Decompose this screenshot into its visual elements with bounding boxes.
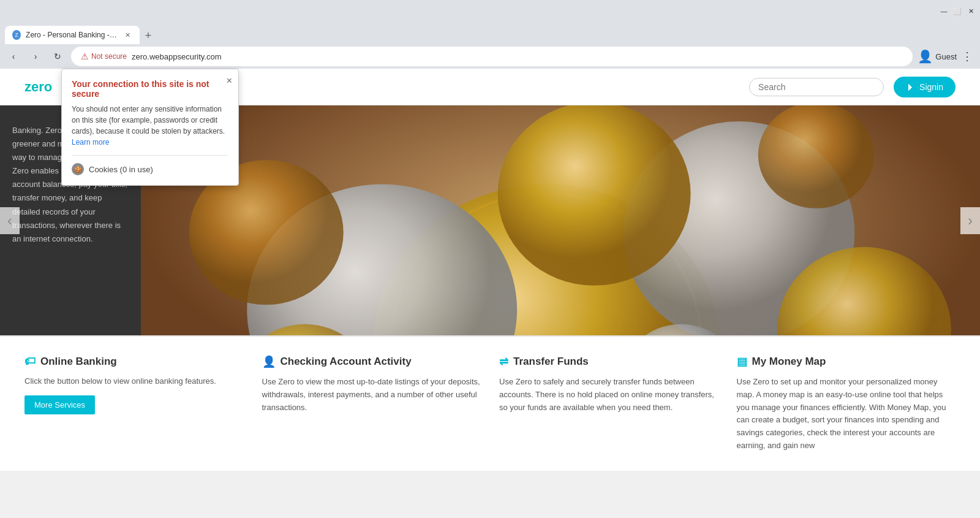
site-nav-right: ⏵ Signin	[749, 77, 956, 97]
online-banking-title: Online Banking	[40, 356, 117, 368]
transfer-icon: ⇌	[499, 355, 508, 368]
popup-close-button[interactable]: ×	[227, 75, 232, 86]
checking-title: Checking Account Activity	[281, 356, 412, 368]
service-title-money-map: ▤ My Money Map	[737, 355, 956, 368]
browser-right: 👤 Guest ⋮	[918, 47, 975, 66]
forward-button[interactable]: ›	[27, 48, 44, 65]
url-display: zero.webappsecurity.com	[132, 52, 221, 61]
popup-title: Your connection to this site is not secu…	[72, 79, 228, 99]
service-card-online-banking: 🏷 Online Banking Click the button below …	[24, 355, 244, 452]
service-title-checking: 👤 Checking Account Activity	[262, 355, 481, 368]
cookies-row: 🍪 Cookies (0 in use)	[72, 163, 228, 175]
money-map-title: My Money Map	[752, 356, 826, 368]
service-title-online-banking: 🏷 Online Banking	[24, 355, 244, 368]
profile-icon: 👤	[918, 49, 933, 64]
close-window-button[interactable]: ✕	[967, 7, 975, 15]
signin-icon: ⏵	[906, 82, 916, 93]
back-button[interactable]: ‹	[5, 48, 22, 65]
services-section: 🏷 Online Banking Click the button below …	[0, 336, 980, 471]
minimize-button[interactable]: —	[940, 7, 948, 15]
page-content: × Your connection to this site is not se…	[0, 69, 980, 471]
more-services-button[interactable]: More Services	[24, 395, 95, 414]
service-card-transfer: ⇌ Transfer Funds Use Zero to safely and …	[499, 355, 718, 452]
checking-icon: 👤	[262, 355, 276, 368]
signin-button[interactable]: ⏵ Signin	[894, 77, 956, 97]
title-bar: — ⬜ ✕	[0, 0, 980, 22]
transfer-desc: Use Zero to safely and securely transfer…	[499, 376, 718, 414]
popup-body-text: You should not enter any sensitive infor…	[72, 105, 225, 135]
service-title-transfer: ⇌ Transfer Funds	[499, 355, 718, 368]
signin-label: Signin	[919, 82, 943, 92]
security-badge: ⚠ Not secure	[81, 51, 127, 61]
reload-button[interactable]: ↻	[49, 48, 66, 65]
address-bar: ‹ › ↻ ⚠ Not secure zero.webappsecurity.c…	[0, 44, 980, 69]
security-icon: ⚠	[81, 51, 89, 61]
popup-body: You should not enter any sensitive infor…	[72, 104, 228, 148]
browser-chrome: — ⬜ ✕ Z Zero - Personal Banking - Loans …	[0, 0, 980, 69]
hero-image	[141, 105, 980, 335]
tab-close-button[interactable]: ✕	[124, 30, 132, 40]
new-tab-button[interactable]: +	[140, 27, 157, 44]
address-input[interactable]: ⚠ Not secure zero.webappsecurity.com	[71, 47, 913, 66]
coins-svg	[141, 105, 980, 335]
cookie-icon: 🍪	[72, 163, 84, 175]
site-logo[interactable]: zero	[24, 79, 52, 95]
money-map-desc: Use Zero to set up and monitor your pers…	[737, 376, 956, 452]
svg-point-10	[758, 105, 874, 208]
tab-favicon: Z	[12, 30, 21, 40]
search-box[interactable]	[749, 78, 884, 96]
service-card-money-map: ▤ My Money Map Use Zero to set up and mo…	[737, 355, 956, 452]
prev-slide-button[interactable]: ‹	[0, 207, 20, 234]
checking-desc: Use Zero to view the most up-to-date lis…	[262, 376, 481, 414]
transfer-title: Transfer Funds	[513, 356, 589, 368]
learn-more-link[interactable]: Learn more	[72, 138, 109, 147]
active-tab[interactable]: Z Zero - Personal Banking - Loans ✕	[5, 26, 140, 44]
tab-bar: Z Zero - Personal Banking - Loans ✕ +	[0, 22, 980, 44]
service-card-checking: 👤 Checking Account Activity Use Zero to …	[262, 355, 481, 452]
cookies-label: Cookies (0 in use)	[89, 165, 153, 174]
window-controls: — ⬜ ✕	[940, 7, 975, 15]
profile-label: Guest	[935, 52, 957, 61]
tab-title: Zero - Personal Banking - Loans	[26, 31, 119, 39]
maximize-button[interactable]: ⬜	[953, 7, 962, 15]
profile-button[interactable]: 👤 Guest	[918, 49, 957, 64]
money-map-icon: ▤	[737, 355, 747, 368]
browser-menu-button[interactable]: ⋮	[959, 47, 975, 66]
security-label: Not secure	[91, 52, 127, 61]
popup-divider	[72, 155, 228, 156]
svg-point-5	[498, 105, 691, 286]
search-input[interactable]	[758, 82, 875, 92]
security-popup: × Your connection to this site is not se…	[61, 69, 239, 186]
online-banking-icon: 🏷	[24, 355, 36, 368]
online-banking-desc: Click the button below to view online ba…	[24, 375, 244, 388]
next-slide-button[interactable]: ›	[960, 207, 980, 234]
